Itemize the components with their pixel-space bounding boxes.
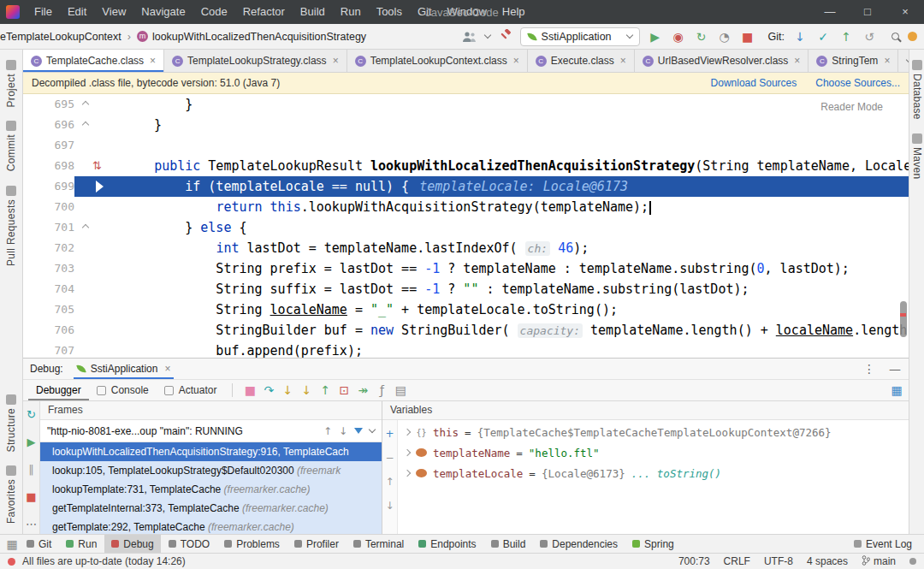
window-maximize-button[interactable]: □: [849, 0, 886, 24]
tab-close-icon[interactable]: ×: [794, 55, 800, 67]
menu-code[interactable]: Code: [193, 0, 235, 24]
toolwindow-spring[interactable]: Spring: [625, 535, 681, 553]
run-config-selector[interactable]: SstiApplication: [520, 27, 640, 46]
add-watch-icon[interactable]: +: [385, 427, 395, 441]
indent-size[interactable]: 4 spaces: [807, 555, 848, 567]
restore-layout-icon[interactable]: ▦: [890, 383, 903, 397]
pause-icon[interactable]: ‖: [26, 463, 38, 477]
tab-close-icon[interactable]: ×: [150, 55, 156, 67]
code-line-701[interactable]: 701 } else {: [23, 217, 909, 238]
fold-up-icon[interactable]: [82, 101, 89, 108]
editor-tab[interactable]: CExecute.class×: [528, 50, 635, 72]
profiler-button[interactable]: ◔: [718, 30, 732, 44]
line-number[interactable]: 698: [23, 156, 74, 176]
editor-tab[interactable]: CStringTem×: [808, 50, 898, 72]
build-hammer-icon[interactable]: [499, 29, 512, 44]
menu-build[interactable]: Build: [293, 0, 333, 24]
line-number[interactable]: 705: [23, 299, 74, 320]
code-line-700[interactable]: 700 return this.lookupWithAcquisitionStr…: [23, 197, 909, 217]
stack-frame-row[interactable]: lookup:105, TemplateLookupStrategy$Defau…: [40, 461, 382, 480]
hide-panel-icon[interactable]: —: [888, 362, 902, 376]
line-number[interactable]: 695: [23, 94, 74, 115]
menu-tools[interactable]: Tools: [369, 0, 410, 24]
menu-run[interactable]: Run: [333, 0, 369, 24]
line-number[interactable]: 700: [23, 197, 74, 217]
code-line-705[interactable]: 705 String localeName = "_" + templateLo…: [23, 299, 909, 320]
menu-navigate[interactable]: Navigate: [133, 0, 192, 24]
debug-session-tab[interactable]: SstiApplication ×: [74, 359, 175, 379]
search-everywhere-icon[interactable]: [891, 33, 899, 40]
variable-row[interactable]: {}this = {TemplateCache$TemplateCacheTem…: [398, 422, 909, 442]
download-sources-link[interactable]: Download Sources: [711, 77, 797, 89]
code-line-702[interactable]: 702 int lastDot = templateName.lastIndex…: [23, 238, 909, 258]
line-number[interactable]: 702: [23, 238, 74, 258]
cursor-position[interactable]: 700:73: [678, 555, 710, 567]
rerun-icon[interactable]: ↻: [26, 408, 38, 422]
move-up-icon[interactable]: ↑: [385, 475, 395, 489]
editor-scrollbar[interactable]: [897, 94, 909, 358]
tool-windows-icon[interactable]: ▦: [5, 537, 19, 551]
code-line-704[interactable]: 704 String suffix = lastDot == -1 ? "" :…: [23, 279, 909, 299]
next-frame-icon[interactable]: ↓: [339, 425, 347, 437]
reader-mode-toggle[interactable]: Reader Mode: [820, 101, 883, 113]
tool-stripe-button-pull-requests[interactable]: Pull Requests: [5, 186, 17, 266]
editor-tab[interactable]: CTemplateLookupContext.class×: [347, 50, 528, 72]
ide-update-icon[interactable]: [908, 32, 917, 41]
choose-sources-link[interactable]: Choose Sources...: [815, 77, 900, 89]
tab-console[interactable]: Console: [89, 380, 157, 400]
toolwindow-event-log[interactable]: Event Log: [847, 538, 919, 550]
code-line-698[interactable]: 698⇅ public TemplateLookupResult lookupW…: [23, 156, 909, 176]
editor-tab[interactable]: CUrlBasedViewResolver.class×: [635, 50, 809, 72]
thread-selector[interactable]: "http-nio-8081-exe...oup "main": RUNNING…: [40, 420, 382, 442]
hidden-tabs-dropdown[interactable]: [898, 50, 909, 72]
stop-icon[interactable]: ■: [26, 490, 38, 504]
resume-icon[interactable]: ▶: [26, 436, 38, 449]
tool-stripe-button-project[interactable]: Project: [5, 60, 17, 107]
toolwindow-profiler[interactable]: Profiler: [287, 535, 346, 553]
notifications-icon[interactable]: [909, 558, 916, 565]
layout-settings-icon[interactable]: ▤: [391, 383, 410, 397]
code-line-697[interactable]: 697: [23, 135, 909, 156]
tab-close-icon[interactable]: ×: [513, 55, 519, 67]
kebab-menu-icon[interactable]: ⋮: [862, 362, 876, 376]
expand-chevron-icon[interactable]: [404, 470, 411, 477]
previous-frame-icon[interactable]: ↑: [323, 425, 332, 437]
code-with-me-users-icon[interactable]: [462, 31, 477, 43]
chevron-down-icon[interactable]: [369, 426, 376, 433]
rollback-icon[interactable]: ↺: [862, 30, 876, 44]
step-out-icon[interactable]: ↑: [316, 383, 335, 397]
window-close-button[interactable]: ×: [886, 0, 924, 24]
breadcrumb-class[interactable]: eTemplateLookupContext: [0, 31, 121, 43]
window-minimize-button[interactable]: —: [811, 0, 849, 24]
code-line-695[interactable]: 695 }: [23, 94, 909, 115]
code-line-706[interactable]: 706 StringBuilder buf = new StringBuilde…: [23, 320, 909, 341]
move-down-icon[interactable]: ↓: [385, 499, 395, 513]
step-over-icon[interactable]: ↷: [259, 383, 278, 397]
file-encoding[interactable]: UTF-8: [764, 555, 793, 567]
menu-file[interactable]: File: [27, 0, 60, 24]
stack-frame-row[interactable]: lookupWithLocalizedThenAcquisitionStrate…: [40, 442, 382, 461]
error-stripe-mark[interactable]: [900, 313, 906, 317]
line-number[interactable]: 699: [23, 176, 74, 197]
breadcrumb-method[interactable]: lookupWithLocalizedThenAcquisitionStrate…: [152, 31, 366, 43]
code-line-699[interactable]: 699 if (templateLocale == null) {templat…: [23, 176, 909, 197]
code-editor[interactable]: Reader Mode 695 }696 }697698⇅ public Tem…: [23, 94, 909, 358]
expand-chevron-icon[interactable]: [404, 449, 411, 456]
code-line-707[interactable]: 707 buf.append(prefix);: [23, 341, 909, 358]
tab-close-icon[interactable]: ×: [333, 55, 339, 67]
toolwindow-terminal[interactable]: Terminal: [346, 535, 411, 553]
push-icon[interactable]: ↑: [839, 30, 853, 44]
drop-frame-icon[interactable]: ⊡: [335, 383, 353, 397]
toolwindow-endpoints[interactable]: Endpoints: [412, 535, 483, 553]
line-number[interactable]: 703: [23, 258, 74, 279]
toolwindow-todo[interactable]: TODO: [162, 535, 216, 553]
stack-frame-row[interactable]: getTemplateInternal:373, TemplateCache (…: [40, 499, 382, 518]
filter-frames-icon[interactable]: [354, 428, 363, 434]
status-message[interactable]: All files are up-to-date (today 14:26): [22, 555, 186, 567]
force-step-into-icon[interactable]: ↓: [297, 383, 316, 397]
coverage-button[interactable]: ↻: [695, 30, 708, 44]
fold-up-icon[interactable]: [82, 224, 89, 231]
editor-tab[interactable]: CTemplateLookupStrategy.class×: [164, 50, 347, 72]
expand-chevron-icon[interactable]: [404, 429, 411, 436]
override-marker-icon[interactable]: ⇅: [92, 156, 102, 176]
